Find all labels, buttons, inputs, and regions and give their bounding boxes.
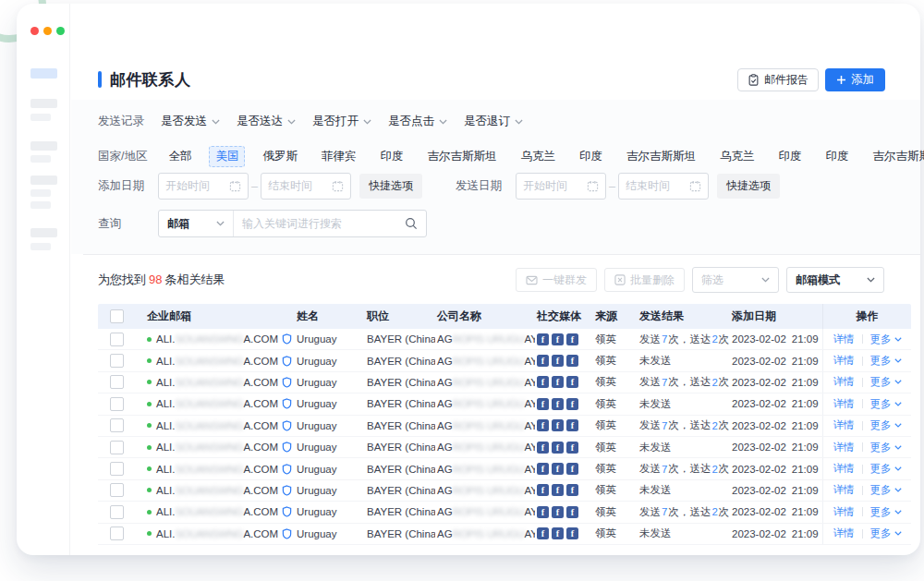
facebook-icon[interactable]: f (566, 355, 578, 367)
facebook-icon[interactable]: f (552, 506, 564, 518)
email-report-button[interactable]: 邮件报告 (737, 68, 819, 91)
detail-link[interactable]: 详情 (833, 333, 855, 346)
facebook-icon[interactable]: f (552, 484, 564, 496)
add-button[interactable]: 添加 (825, 68, 885, 91)
row-checkbox[interactable] (110, 333, 124, 346)
country-option[interactable]: 吉尔吉斯斯坦 (866, 146, 924, 167)
filter-dropdown[interactable]: 是否发送 (161, 114, 220, 129)
send-date-start-input[interactable]: 开始时间 (516, 173, 606, 200)
add-date-end-input[interactable]: 结束时间 (261, 173, 351, 200)
detail-link[interactable]: 详情 (833, 527, 855, 540)
facebook-icon[interactable]: f (566, 484, 578, 496)
sidebar-skeleton-item[interactable] (30, 189, 51, 197)
more-link[interactable]: 更多 (870, 418, 902, 432)
detail-link[interactable]: 详情 (833, 483, 855, 497)
detail-link[interactable]: 详情 (833, 505, 855, 519)
sidebar-skeleton-item[interactable] (30, 141, 57, 151)
detail-link[interactable]: 详情 (833, 441, 855, 454)
search-field-select[interactable]: 邮箱 (159, 211, 234, 236)
more-link[interactable]: 更多 (870, 397, 902, 411)
facebook-icon[interactable]: f (537, 442, 549, 454)
send-date-end-input[interactable]: 结束时间 (618, 173, 709, 200)
sidebar-skeleton-item[interactable] (30, 201, 51, 209)
select-all-checkbox[interactable] (110, 309, 124, 323)
detail-link[interactable]: 详情 (833, 354, 855, 368)
row-checkbox[interactable] (110, 527, 124, 540)
facebook-icon[interactable]: f (566, 527, 578, 539)
more-link[interactable]: 更多 (870, 333, 902, 346)
facebook-icon[interactable]: f (537, 527, 549, 539)
detail-link[interactable]: 详情 (833, 397, 855, 411)
facebook-icon[interactable]: f (566, 376, 578, 388)
mode-select[interactable]: 邮箱模式 (786, 267, 884, 293)
row-checkbox[interactable] (110, 397, 124, 411)
row-checkbox[interactable] (110, 375, 124, 389)
sidebar-active-item[interactable] (30, 68, 57, 79)
facebook-icon[interactable]: f (566, 333, 578, 345)
send-date-quick-button[interactable]: 快捷选项 (717, 174, 780, 199)
more-link[interactable]: 更多 (870, 441, 902, 454)
facebook-icon[interactable]: f (566, 442, 578, 454)
facebook-icon[interactable]: f (552, 355, 564, 367)
facebook-icon[interactable]: f (566, 463, 578, 475)
more-link[interactable]: 更多 (870, 483, 902, 497)
country-option[interactable]: 美国 (209, 146, 245, 167)
search-input[interactable]: 输入关键词进行搜索 (234, 216, 405, 232)
sidebar-skeleton-item[interactable] (30, 176, 57, 185)
sidebar-skeleton-item[interactable] (30, 99, 57, 108)
facebook-icon[interactable]: f (537, 484, 549, 496)
country-option[interactable]: 印度 (772, 146, 808, 167)
bulk-delete-button[interactable]: 批量删除 (604, 268, 685, 292)
filter-dropdown[interactable]: 是否点击 (388, 114, 447, 129)
country-option[interactable]: 乌克兰 (514, 146, 562, 167)
sidebar-skeleton-item[interactable] (30, 243, 51, 250)
detail-link[interactable]: 详情 (833, 462, 855, 476)
facebook-icon[interactable]: f (552, 442, 564, 454)
filter-dropdown[interactable]: 是否送达 (237, 114, 296, 129)
sidebar-skeleton-item[interactable] (30, 114, 51, 121)
more-link[interactable]: 更多 (870, 462, 902, 476)
facebook-icon[interactable]: f (552, 463, 564, 475)
country-option[interactable]: 吉尔吉斯斯坦 (420, 146, 503, 167)
row-checkbox[interactable] (110, 462, 124, 476)
filter-select[interactable]: 筛选 (692, 267, 779, 293)
more-link[interactable]: 更多 (870, 375, 902, 389)
country-option[interactable]: 印度 (819, 146, 855, 167)
facebook-icon[interactable]: f (552, 333, 564, 345)
more-link[interactable]: 更多 (870, 527, 902, 540)
sidebar-skeleton-item[interactable] (30, 155, 51, 163)
facebook-icon[interactable]: f (552, 419, 564, 431)
row-checkbox[interactable] (110, 505, 124, 519)
facebook-icon[interactable]: f (566, 419, 578, 431)
facebook-icon[interactable]: f (537, 355, 549, 367)
add-date-start-input[interactable]: 开始时间 (158, 173, 249, 200)
detail-link[interactable]: 详情 (833, 418, 855, 432)
row-checkbox[interactable] (110, 441, 124, 454)
filter-dropdown[interactable]: 是否打开 (312, 114, 371, 129)
country-option[interactable]: 印度 (573, 146, 609, 167)
facebook-icon[interactable]: f (537, 506, 549, 518)
facebook-icon[interactable]: f (552, 527, 564, 539)
filter-dropdown[interactable]: 是否退订 (464, 114, 523, 129)
facebook-icon[interactable]: f (566, 398, 578, 410)
facebook-icon[interactable]: f (552, 398, 564, 410)
country-option[interactable]: 乌克兰 (713, 146, 761, 167)
row-checkbox[interactable] (110, 354, 124, 368)
country-option[interactable]: 俄罗斯 (256, 146, 304, 167)
facebook-icon[interactable]: f (537, 463, 549, 475)
facebook-icon[interactable]: f (537, 376, 549, 388)
row-checkbox[interactable] (110, 418, 124, 432)
country-option[interactable]: 全部 (162, 146, 198, 167)
country-option[interactable]: 印度 (373, 146, 409, 167)
country-option[interactable]: 吉尔吉斯斯坦 (620, 146, 702, 167)
row-checkbox[interactable] (110, 483, 124, 497)
facebook-icon[interactable]: f (537, 419, 549, 431)
facebook-icon[interactable]: f (537, 398, 549, 410)
bulk-send-button[interactable]: 一键群发 (516, 268, 597, 292)
detail-link[interactable]: 详情 (833, 375, 855, 389)
search-icon[interactable] (405, 217, 418, 230)
more-link[interactable]: 更多 (870, 505, 902, 519)
country-option[interactable]: 菲律宾 (315, 146, 363, 167)
add-date-quick-button[interactable]: 快捷选项 (359, 174, 422, 199)
facebook-icon[interactable]: f (566, 506, 578, 518)
